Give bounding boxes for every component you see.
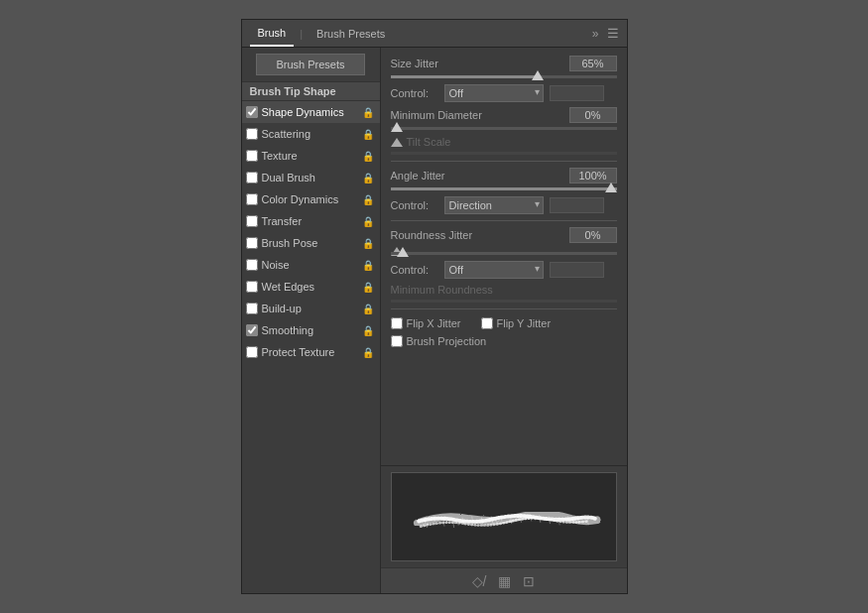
size-jitter-control-input[interactable]: [550, 85, 604, 101]
size-jitter-control-dropdown[interactable]: Off Fade Pen Pressure Pen Tilt: [444, 84, 544, 102]
flip-x-checkbox[interactable]: [391, 317, 403, 329]
color-dynamics-label: Color Dynamics: [262, 193, 362, 205]
tab-brush-presets[interactable]: Brush Presets: [309, 20, 393, 47]
scattering-checkbox[interactable]: [246, 128, 258, 140]
angle-jitter-row: Angle Jitter: [391, 168, 617, 184]
angle-jitter-input[interactable]: [569, 168, 617, 184]
tilt-scale-section: Tilt Scale: [391, 136, 617, 148]
flip-x-label: Flip X Jitter: [407, 317, 461, 329]
min-diameter-slider-thumb[interactable]: [391, 122, 403, 132]
sidebar-item-protect-texture[interactable]: Protect Texture 🔒: [242, 341, 380, 363]
brush-pose-checkbox[interactable]: [246, 237, 258, 249]
size-jitter-slider-track[interactable]: [391, 75, 617, 78]
shape-dynamics-checkbox[interactable]: [246, 106, 258, 118]
min-diameter-input[interactable]: [569, 107, 617, 123]
checkboxes-section: Flip X Jitter Flip Y Jitter Brush Projec…: [391, 317, 617, 351]
buildup-checkbox[interactable]: [246, 303, 258, 314]
roundness-control-input[interactable]: [550, 262, 604, 278]
preview-tool-icon-2[interactable]: ▦: [498, 573, 511, 589]
texture-checkbox[interactable]: [246, 150, 258, 162]
roundness-control-dropdown[interactable]: Off Fade Pen Pressure Pen Tilt: [444, 261, 544, 279]
min-roundness-slider-track: [391, 300, 617, 303]
angle-control-row: Control: Off Fade Initial Direction Dire…: [391, 196, 617, 214]
brush-panel: Brush | Brush Presets » ☰ Brush Presets …: [241, 19, 628, 594]
angle-control-dropdown[interactable]: Off Fade Initial Direction Direction Pen…: [444, 196, 544, 214]
min-diameter-slider-container: [391, 127, 617, 130]
size-jitter-slider-thumb[interactable]: [532, 70, 544, 80]
min-diameter-row: Minimum Diameter: [391, 107, 617, 123]
brush-projection-checkbox[interactable]: [391, 335, 403, 347]
panel-body: Brush Presets Brush Tip Shape Shape Dyna…: [242, 48, 627, 593]
brush-presets-button[interactable]: Brush Presets: [256, 54, 365, 75]
preview-tool-icon-1[interactable]: ◇/: [472, 573, 487, 589]
roundness-jitter-row: Roundness Jitter: [391, 227, 617, 243]
sidebar-item-smoothing[interactable]: Smoothing 🔒: [242, 319, 380, 341]
divider-3: [391, 308, 617, 309]
lock-icon-2: 🔒: [362, 151, 374, 162]
sidebar-item-scattering[interactable]: Scattering 🔒: [242, 123, 380, 145]
angle-jitter-slider-fill: [391, 187, 617, 190]
preview-tool-icon-3[interactable]: ⊡: [523, 573, 535, 589]
size-jitter-label: Size Jitter: [391, 58, 569, 69]
sidebar-item-wet-edges[interactable]: Wet Edges 🔒: [242, 276, 380, 298]
sidebar-item-transfer[interactable]: Transfer 🔒: [242, 210, 380, 232]
sidebar-item-brush-pose[interactable]: Brush Pose 🔒: [242, 232, 380, 254]
flip-y-checkbox[interactable]: [481, 317, 493, 329]
sidebar-item-noise[interactable]: Noise 🔒: [242, 254, 380, 276]
noise-label: Noise: [262, 259, 362, 271]
angle-jitter-slider-track[interactable]: [391, 187, 617, 190]
size-jitter-control-dropdown-wrapper: Off Fade Pen Pressure Pen Tilt: [444, 84, 544, 102]
sidebar-item-buildup[interactable]: Build-up 🔒: [242, 298, 380, 319]
transfer-label: Transfer: [262, 215, 362, 227]
lock-icon-3: 🔒: [362, 173, 374, 184]
brush-projection-row: Brush Projection: [391, 335, 617, 347]
lock-icon-10: 🔒: [362, 325, 374, 336]
forward-icon[interactable]: »: [592, 27, 599, 41]
sidebar: Brush Presets Brush Tip Shape Shape Dyna…: [242, 48, 381, 593]
divider-1: [391, 161, 617, 162]
control-label-size: Control:: [391, 87, 438, 99]
lock-icon-8: 🔒: [362, 282, 374, 293]
size-jitter-input[interactable]: [569, 56, 617, 71]
size-jitter-slider-container: [391, 75, 617, 78]
tab-brush[interactable]: Brush: [250, 20, 295, 47]
preview-canvas: [391, 472, 617, 561]
brush-pose-label: Brush Pose: [262, 237, 362, 249]
sidebar-item-shape-dynamics[interactable]: Shape Dynamics 🔒: [242, 101, 380, 123]
brush-strokes: [417, 514, 596, 528]
angle-jitter-slider-container: [391, 187, 617, 190]
smoothing-checkbox[interactable]: [246, 324, 258, 336]
color-dynamics-checkbox[interactable]: [246, 193, 258, 205]
sidebar-item-color-dynamics[interactable]: Color Dynamics 🔒: [242, 188, 380, 210]
min-diameter-slider-track[interactable]: [391, 127, 617, 130]
size-jitter-control-row: Control: Off Fade Pen Pressure Pen Tilt: [391, 84, 617, 102]
menu-icon[interactable]: ☰: [607, 26, 619, 41]
roundness-slider-container: [391, 252, 617, 255]
angle-control-input[interactable]: [550, 197, 604, 213]
sidebar-item-dual-brush[interactable]: Dual Brush 🔒: [242, 167, 380, 188]
protect-texture-checkbox[interactable]: [246, 346, 258, 358]
lock-icon-1: 🔒: [362, 129, 374, 140]
angle-control-label: Control:: [391, 199, 438, 211]
lock-icon-5: 🔒: [362, 216, 374, 227]
brush-stroke-svg: [392, 473, 616, 560]
roundness-control-label: Control:: [391, 264, 438, 276]
min-diameter-label: Minimum Diameter: [391, 109, 569, 121]
roundness-slider-thumb[interactable]: [397, 247, 409, 257]
lock-icon-11: 🔒: [362, 347, 374, 358]
lock-icon-4: 🔒: [362, 194, 374, 205]
lock-icon-6: 🔒: [362, 238, 374, 249]
brush-projection-label: Brush Projection: [407, 335, 487, 347]
wet-edges-checkbox[interactable]: [246, 281, 258, 293]
angle-jitter-slider-thumb[interactable]: [605, 183, 617, 192]
roundness-jitter-input[interactable]: [569, 227, 617, 243]
transfer-checkbox[interactable]: [246, 215, 258, 227]
min-roundness-label: Minimum Roundness: [391, 284, 617, 296]
roundness-slider-track[interactable]: [391, 252, 617, 255]
dual-brush-checkbox[interactable]: [246, 172, 258, 184]
min-roundness-row: Minimum Roundness: [391, 284, 617, 296]
noise-checkbox[interactable]: [246, 259, 258, 271]
sidebar-item-texture[interactable]: Texture 🔒: [242, 145, 380, 167]
angle-jitter-label: Angle Jitter: [391, 170, 569, 182]
wet-edges-label: Wet Edges: [262, 281, 362, 293]
